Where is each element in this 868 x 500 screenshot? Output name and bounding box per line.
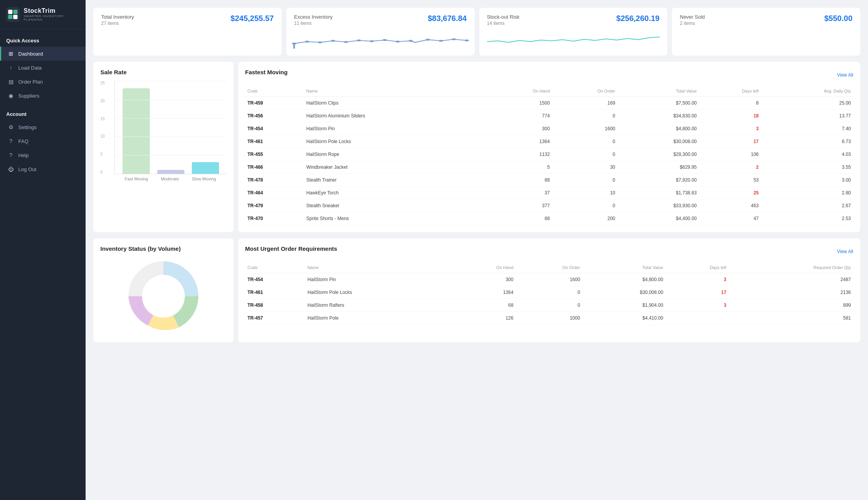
cell-total-value: $7,500.00 — [617, 97, 699, 110]
svg-point-5 — [305, 41, 309, 43]
sidebar-item-faq[interactable]: ? FAQ — [0, 134, 86, 148]
cell-req-qty: 2487 — [729, 273, 853, 286]
help-icon: ? — [7, 152, 14, 158]
cell-on-order: 1600 — [516, 273, 582, 286]
logo-name: StockTrim — [24, 7, 79, 14]
excess-inventory-items: 11 items — [294, 21, 333, 26]
cell-code: TR-461 — [245, 286, 305, 299]
cell-on-hand: 377 — [489, 199, 552, 212]
cell-total-value: $33,930.00 — [617, 199, 699, 212]
cell-total-value: $4,800.00 — [582, 273, 666, 286]
y-label-0: 0 — [100, 170, 105, 174]
cell-name: Windbreaker Jacket — [304, 161, 489, 174]
cell-on-order: 1600 — [552, 122, 617, 135]
urgent-orders-view-all[interactable]: View All — [837, 249, 853, 254]
cell-on-order: 0 — [552, 110, 617, 122]
faq-icon: ? — [7, 138, 14, 144]
suppliers-icon: ◉ — [7, 93, 14, 99]
cell-name: HawkEye Torch — [304, 187, 489, 199]
cell-code: TR-456 — [245, 110, 304, 122]
cell-name: HailStorm Pin — [304, 122, 489, 135]
cell-days-left: 3 — [666, 299, 729, 312]
table-row: TR-455 HailStorm Rope 1132 0 $28,300.00 … — [245, 148, 853, 161]
cell-days-left: 53 — [699, 174, 761, 187]
cell-code: TR-479 — [245, 199, 304, 212]
bar-slow-moving-rect — [192, 162, 219, 174]
cell-days-left: 17 — [699, 135, 761, 148]
col-on-order: On Order — [552, 86, 617, 97]
cell-on-order: 0 — [516, 286, 582, 299]
cell-code: TR-466 — [245, 161, 304, 174]
sidebar-item-suppliers[interactable]: ◉ Suppliers — [0, 89, 86, 103]
sale-rate-panel: Sale Rate 25 20 15 10 5 0 — [93, 62, 233, 232]
cell-code: TR-454 — [245, 273, 305, 286]
donut-chart — [125, 257, 202, 335]
settings-icon: ⚙ — [7, 124, 14, 130]
table-row: TR-457 HailStorm Pole 126 1000 $4,410.00… — [245, 312, 853, 325]
fastest-moving-view-all[interactable]: View All — [837, 72, 853, 78]
cell-on-hand: 5 — [489, 161, 552, 174]
y-label-10: 10 — [100, 134, 105, 138]
cell-on-order: 0 — [552, 199, 617, 212]
sidebar-item-help[interactable]: ? Help — [0, 148, 86, 162]
never-sold-title: Never Sold — [680, 14, 705, 20]
table-row: TR-454 HailStorm Pin 300 1600 $4,800.00 … — [245, 273, 853, 286]
cell-days-left: 47 — [699, 212, 761, 225]
main-content: Total Inventory 27 items $245,255.57 Exc… — [86, 0, 868, 500]
fastest-moving-tbody: TR-459 HailStorm Clips 1500 169 $7,500.0… — [245, 97, 853, 225]
table-row: TR-479 Stealth Sneaker 377 0 $33,930.00 … — [245, 199, 853, 212]
cell-req-qty: 899 — [729, 299, 853, 312]
sale-rate-title: Sale Rate — [100, 69, 226, 75]
fastest-moving-table: Code Name On Hand On Order Total Value D… — [245, 86, 853, 225]
cell-avg-daily: 3.00 — [761, 174, 853, 187]
sidebar-item-load-data[interactable]: ↑ Load Data — [0, 61, 86, 75]
sidebar-logout-label: Log Out — [18, 166, 36, 172]
cell-on-hand: 300 — [451, 273, 516, 286]
cell-code: TR-455 — [245, 148, 304, 161]
cell-avg-daily: 4.03 — [761, 148, 853, 161]
table-row: TR-461 HailStorm Pole Locks 1364 0 $30,0… — [245, 286, 853, 299]
urgent-orders-tbody: TR-454 HailStorm Pin 300 1600 $4,800.00 … — [245, 273, 853, 325]
cell-on-hand: 88 — [489, 174, 552, 187]
cell-name: HailStorm Pole Locks — [305, 286, 451, 299]
sidebar-item-dashboard[interactable]: ⊞ Dashboard — [0, 47, 86, 61]
cell-on-hand: 1132 — [489, 148, 552, 161]
cell-on-order: 0 — [552, 174, 617, 187]
stat-card-stockout-risk: Stock-out Risk 14 items $256,260.19 — [479, 8, 668, 56]
cell-code: TR-478 — [245, 174, 304, 187]
cell-days-left: 3 — [666, 273, 729, 286]
svg-point-12 — [395, 41, 400, 43]
logout-icon: ⏻ — [7, 166, 14, 172]
fastest-moving-header: Fastest Moving View All — [245, 69, 853, 81]
account-label: Account — [0, 103, 86, 120]
col-days-left: Days left — [699, 86, 761, 97]
cell-code: TR-464 — [245, 187, 304, 199]
uo-col-name: Name — [305, 262, 451, 273]
col-avg-daily: Avg. Daily Qty — [761, 86, 853, 97]
cell-avg-daily: 2.53 — [761, 212, 853, 225]
uo-col-days-left: Days left — [666, 262, 729, 273]
inventory-status-title: Inventory Status (by Volume) — [100, 245, 226, 252]
cell-on-hand: 1500 — [489, 97, 552, 110]
sidebar: StockTrim SMARTER INVENTORY PLANNING Qui… — [0, 0, 86, 500]
cell-name: Stealth Sneaker — [304, 199, 489, 212]
sidebar-item-logout[interactable]: ⏻ Log Out — [0, 162, 86, 176]
logo-area: StockTrim SMARTER INVENTORY PLANNING — [0, 0, 86, 29]
cell-total-value: $4,800.00 — [617, 122, 699, 135]
cell-on-hand: 1364 — [489, 135, 552, 148]
cell-on-order: 1000 — [516, 312, 582, 325]
cell-total-value: $1,738.63 — [617, 187, 699, 199]
cell-name: HailStorm Pole Locks — [304, 135, 489, 148]
cell-avg-daily: 3.55 — [761, 161, 853, 174]
cell-total-value: $34,830.00 — [617, 110, 699, 122]
sidebar-item-order-plan[interactable]: ▤ Order Plan — [0, 75, 86, 89]
stat-card-never-sold: Never Sold 2 items $550.00 — [672, 8, 860, 56]
cell-on-hand: 68 — [451, 299, 516, 312]
fastest-moving-title: Fastest Moving — [245, 69, 288, 75]
cell-days-left: 3 — [699, 122, 761, 135]
sidebar-suppliers-label: Suppliers — [18, 93, 39, 99]
cell-code: TR-461 — [245, 135, 304, 148]
uo-col-req-qty: Required Order Qty — [729, 262, 853, 273]
cell-code: TR-459 — [245, 97, 304, 110]
sidebar-item-settings[interactable]: ⚙ Settings — [0, 120, 86, 134]
